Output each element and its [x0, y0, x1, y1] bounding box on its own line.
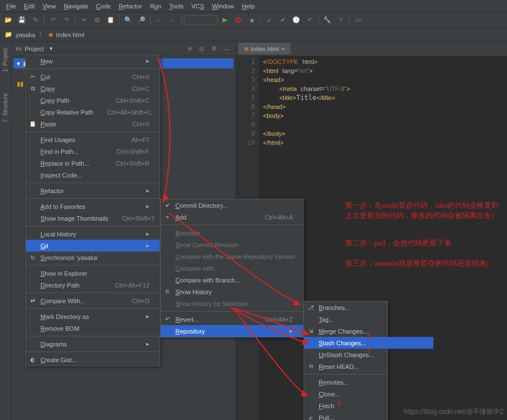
menu-navigate[interactable]: Navigate: [60, 2, 92, 11]
vcs-revert-icon[interactable]: ↶: [304, 14, 316, 26]
menu-item: Compare with the Same Repository Version: [161, 250, 303, 262]
menu-item[interactable]: ⇄Compare With...Ctrl+D: [26, 295, 160, 307]
hide-icon[interactable]: —: [222, 43, 231, 55]
menu-item[interactable]: Git▸: [26, 240, 160, 252]
debug-icon[interactable]: 🐞: [232, 14, 245, 26]
menu-item[interactable]: ◐Create Gist...: [26, 354, 160, 366]
forward-icon[interactable]: →: [166, 14, 179, 26]
menu-item: Show History for Selection: [161, 298, 303, 309]
menu-item[interactable]: Stash Changes...: [304, 337, 433, 349]
menu-item[interactable]: Find UsagesAlt+F7: [26, 134, 160, 145]
menu-run[interactable]: Run: [146, 2, 165, 11]
menu-item[interactable]: ⧉CopyCtrl+C: [26, 83, 160, 94]
menu-item[interactable]: ↶Revert...Ctrl+Alt+Z: [161, 313, 303, 325]
sidebar-tab-structure[interactable]: 7: Structure: [1, 91, 10, 125]
menu-vcs[interactable]: VCS: [188, 2, 209, 11]
cut-icon[interactable]: ✂: [78, 14, 90, 26]
chevron-down-icon[interactable]: ▾: [49, 45, 53, 52]
menu-item[interactable]: ↻Synchronize 'yasaka': [26, 252, 160, 263]
html-file-icon: ◆: [244, 45, 248, 52]
chevron-right-icon: 〉: [39, 30, 45, 39]
menu-item[interactable]: Copy PathCtrl+Shift+C: [26, 94, 160, 106]
menu-item[interactable]: Fetch: [304, 400, 433, 412]
menu-item[interactable]: Show in Explorer: [26, 267, 160, 279]
menu-item[interactable]: Tag...: [304, 313, 433, 325]
vcs-history-icon[interactable]: 🕓: [290, 14, 302, 26]
replace-icon[interactable]: 🔎: [135, 14, 148, 26]
run-config-select[interactable]: [184, 15, 218, 25]
target-icon[interactable]: ◎: [197, 43, 206, 55]
menu-item[interactable]: ⎇Branches...: [304, 302, 433, 313]
menu-item[interactable]: Replace in Path...Ctrl+Shift+R: [26, 157, 160, 169]
editor-tab-label: index.html: [251, 45, 279, 52]
lib-icon: ▮▮: [17, 80, 24, 88]
sync-icon[interactable]: ↻: [29, 14, 42, 26]
help-icon[interactable]: ?: [334, 14, 347, 26]
menu-item[interactable]: Mark Directory as▸: [26, 311, 160, 322]
structure-icon[interactable]: ▭: [352, 14, 364, 26]
menu-item[interactable]: Repository▸: [161, 325, 303, 337]
menu-item[interactable]: Refactor▸: [26, 185, 160, 197]
menu-item[interactable]: Remove BOM: [26, 322, 160, 334]
menu-item[interactable]: ✔Commit Directory...: [161, 199, 303, 211]
menu-item[interactable]: ⎘Show History: [161, 286, 303, 298]
paste-icon[interactable]: 📋: [105, 14, 117, 26]
redo-icon[interactable]: ↷: [60, 14, 73, 26]
menu-item[interactable]: Inspect Code...: [26, 169, 160, 181]
context-menu-repository[interactable]: ⎇Branches...Tag...⇲Merge Changes...Stash…: [304, 301, 388, 420]
undo-icon[interactable]: ↶: [47, 14, 59, 26]
menubar: File Edit View Navigate Code Refactor Ru…: [0, 0, 507, 12]
menu-item[interactable]: Find in Path...Ctrl+Shift+F: [26, 145, 160, 157]
menu-item[interactable]: ↙Pull...: [304, 412, 433, 420]
expand-icon[interactable]: ▾: [17, 60, 20, 67]
editor-tab[interactable]: ◆ index.html ×: [238, 43, 291, 54]
menu-item[interactable]: ⇲Merge Changes...: [304, 325, 433, 337]
menu-item: Compare with...: [161, 262, 303, 274]
menu-item[interactable]: Clone...: [304, 388, 433, 400]
menu-item[interactable]: Remotes...: [304, 376, 433, 388]
menu-item[interactable]: Compare with Branch...: [161, 274, 303, 286]
menu-item[interactable]: Directory PathCtrl+Alt+F12: [26, 279, 160, 291]
collapse-icon[interactable]: ⊖: [185, 43, 194, 55]
copy-icon[interactable]: ⧉: [91, 14, 103, 26]
menu-help[interactable]: Help: [238, 2, 259, 11]
menu-item[interactable]: New▸: [26, 55, 160, 67]
back-icon[interactable]: ←: [153, 14, 165, 26]
menu-item[interactable]: 📋PasteCtrl+V: [26, 118, 160, 130]
menu-window[interactable]: Window: [208, 2, 238, 11]
save-icon[interactable]: 💾: [16, 14, 28, 26]
run-icon[interactable]: ▶: [219, 14, 231, 26]
gear-icon[interactable]: ⚙: [210, 43, 219, 55]
sidebar-tab-project[interactable]: 1: Project: [1, 46, 10, 74]
editor-tabs: ◆ index.html ×: [236, 42, 507, 56]
menu-tools[interactable]: Tools: [165, 2, 188, 11]
menu-item[interactable]: Copy Relative PathCtrl+Alt+Shift+C: [26, 106, 160, 118]
vcs-commit-icon[interactable]: ✔: [277, 14, 289, 26]
menu-item[interactable]: Diagrams▸: [26, 338, 160, 350]
menu-item[interactable]: ⟲Reset HEAD...: [304, 360, 433, 372]
context-menu-git[interactable]: ✔Commit Directory...+AddCtrl+Alt+AAnnota…: [160, 199, 304, 337]
stop-icon[interactable]: ■: [246, 14, 258, 26]
menu-item: Show Current Revision: [161, 239, 303, 250]
open-icon[interactable]: 📂: [2, 14, 15, 26]
context-menu-main[interactable]: New▸✂CutCtrl+X⧉CopyCtrl+CCopy PathCtrl+S…: [25, 54, 160, 366]
menu-refactor[interactable]: Refactor: [115, 2, 146, 11]
vcs-update-icon[interactable]: ↙: [263, 14, 275, 26]
menu-item[interactable]: +AddCtrl+Alt+A: [161, 211, 303, 223]
close-tab-icon[interactable]: ×: [281, 45, 284, 52]
menu-file[interactable]: File: [2, 2, 20, 11]
menu-view[interactable]: View: [39, 2, 60, 11]
breadcrumb-file[interactable]: index.html: [56, 31, 84, 38]
menu-edit[interactable]: Edit: [20, 2, 39, 11]
menu-item[interactable]: Local History▸: [26, 228, 160, 240]
html-file-icon: ◆: [48, 31, 53, 38]
menu-item: Annotate: [161, 227, 303, 239]
menu-code[interactable]: Code: [92, 2, 115, 11]
settings-icon[interactable]: 🔧: [321, 14, 333, 26]
menu-item[interactable]: Show Image ThumbnailsCtrl+Shift+T: [26, 212, 160, 224]
menu-item[interactable]: ✂CutCtrl+X: [26, 71, 160, 83]
find-icon[interactable]: 🔍: [122, 14, 134, 26]
breadcrumb-root[interactable]: yasaka: [16, 31, 35, 38]
menu-item[interactable]: Add to Favorites▸: [26, 200, 160, 212]
menu-item[interactable]: UnStash Changes...: [304, 349, 433, 360]
